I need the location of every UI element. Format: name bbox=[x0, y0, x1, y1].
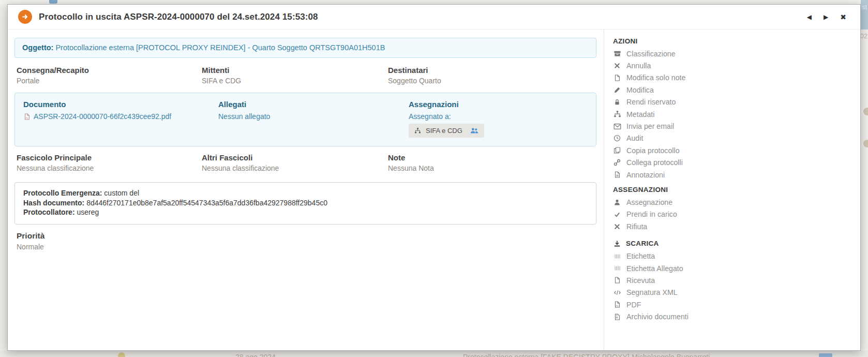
check-icon bbox=[613, 211, 621, 218]
actions-sidebar: AZIONI Classificazione Annulla Modifica … bbox=[604, 29, 860, 350]
assignee-chip[interactable]: SIFA e CDG bbox=[409, 124, 484, 138]
registrar-line: Protocollatore: usereg bbox=[23, 207, 588, 217]
modal-title: Protocollo in uscita ASPSR-2024-0000070 … bbox=[39, 12, 318, 22]
action-annulla[interactable]: Annulla bbox=[613, 60, 855, 71]
envelope-icon bbox=[613, 123, 621, 130]
document-hash-line: Hash documento: 8d446f270171e0b8e7af5a20… bbox=[23, 198, 588, 208]
pdf-file-icon bbox=[23, 113, 31, 121]
background-row-date: 28 ago 2024 bbox=[235, 353, 276, 357]
action-collega-protocolli[interactable]: Collega protocolli bbox=[613, 157, 855, 169]
file-icon bbox=[613, 74, 621, 82]
assigned-to-label: Assegnato a: bbox=[409, 112, 588, 121]
pencil-icon bbox=[613, 86, 621, 94]
delivery-row: Consegna/Recapito Portale Mittenti SIFA … bbox=[14, 66, 596, 85]
background-table-row: 28 ago 2024 Protocollazione esterna [FAK… bbox=[0, 351, 868, 357]
document-box: Documento ASPSR-2024-0000070-66f2c439cee… bbox=[14, 93, 596, 146]
pdf-file-icon bbox=[613, 301, 621, 308]
barcode-icon bbox=[613, 253, 621, 260]
archive-file-icon bbox=[613, 313, 621, 321]
annotation-icon bbox=[613, 171, 621, 178]
action-copia-protocollo[interactable]: Copia protocollo bbox=[613, 144, 855, 156]
document-filename: ASPSR-2024-0000070-66f2c439cee92.pdf bbox=[34, 112, 171, 121]
code-icon bbox=[613, 289, 621, 296]
background-row-subject: Protocollazione esterna [FAKE REGISTRY P… bbox=[463, 353, 710, 357]
emergency-protocol-line: Protocollo Emergenza: custom del bbox=[23, 188, 588, 198]
action-assegnazione[interactable]: Assegnazione bbox=[613, 196, 855, 208]
background-top-strip bbox=[0, 0, 868, 4]
attachments-value: Nessun allegato bbox=[218, 112, 409, 121]
link-icon bbox=[613, 159, 621, 166]
action-pdf[interactable]: PDF bbox=[613, 299, 855, 310]
document-pdf-link[interactable]: ASPSR-2024-0000070-66f2c439cee92.pdf bbox=[23, 112, 218, 121]
background-avatar bbox=[863, 140, 868, 147]
copy-icon bbox=[613, 146, 621, 154]
sitemap-icon bbox=[613, 110, 621, 118]
assignments-label: Assegnazioni bbox=[409, 100, 588, 109]
previous-record-button[interactable]: ◀ bbox=[805, 12, 813, 22]
lock-icon bbox=[613, 98, 621, 106]
classification-row: Fascicolo Principale Nessuna classificaz… bbox=[14, 153, 596, 172]
attachments-column: Allegati Nessun allegato bbox=[218, 100, 409, 138]
protocol-detail-modal: Protocollo in uscita ASPSR-2024-0000070 … bbox=[7, 4, 861, 351]
action-etichetta[interactable]: Etichetta bbox=[613, 250, 855, 262]
archive-icon bbox=[613, 50, 621, 57]
field-mittenti: Mittenti SIFA e CDG bbox=[202, 66, 388, 85]
modal-nav-buttons: ◀ ▶ ✖ bbox=[805, 12, 848, 22]
outgoing-arrow-icon bbox=[18, 10, 32, 24]
background-right-strip: st 202 bbox=[861, 0, 868, 357]
barcode-icon bbox=[613, 265, 621, 272]
action-invia-per-email[interactable]: Invia per email bbox=[613, 120, 855, 132]
close-icon bbox=[613, 63, 621, 69]
protocol-info-box: Protocollo Emergenza: custom del Hash do… bbox=[14, 182, 596, 225]
action-etichetta-allegato[interactable]: Etichetta Allegato bbox=[613, 262, 855, 274]
sitemap-icon bbox=[414, 127, 421, 134]
sidebar-heading-scarica: SCARICA bbox=[613, 240, 855, 247]
action-annotazioni[interactable]: Annotazioni bbox=[613, 169, 855, 181]
action-rendi-riservato[interactable]: Rendi riservato bbox=[613, 96, 855, 108]
modal-header: Protocollo in uscita ASPSR-2024-0000070 … bbox=[8, 5, 860, 29]
user-icon bbox=[613, 199, 621, 206]
next-record-button[interactable]: ▶ bbox=[822, 12, 830, 22]
download-icon bbox=[613, 240, 621, 247]
action-ricevuta[interactable]: Ricevuta bbox=[613, 274, 855, 286]
clock-icon bbox=[613, 135, 621, 142]
field-altri-fascicoli: Altri Fascicoli Nessuna classificazione bbox=[202, 153, 388, 172]
background-chip bbox=[819, 353, 832, 357]
action-classificazione[interactable]: Classificazione bbox=[613, 48, 855, 60]
users-group-icon bbox=[470, 127, 478, 134]
field-consegna: Consegna/Recapito Portale bbox=[17, 66, 202, 85]
protocol-main-panel: Oggetto: Protocollazione esterna [PROTOC… bbox=[8, 29, 604, 350]
action-modifica[interactable]: Modifica bbox=[613, 84, 855, 96]
close-icon[interactable]: ✖ bbox=[839, 12, 848, 22]
field-fascicolo-principale: Fascicolo Principale Nessuna classificaz… bbox=[17, 153, 202, 172]
field-note: Note Nessuna Nota bbox=[388, 153, 596, 172]
modal-body: Oggetto: Protocollazione esterna [PROTOC… bbox=[8, 29, 860, 350]
assignee-name: SIFA e CDG bbox=[426, 127, 462, 135]
field-priorita: Priorità Normale bbox=[14, 231, 596, 251]
sidebar-heading-azioni: AZIONI bbox=[613, 37, 855, 45]
background-table-header-fragment: st bbox=[861, 0, 868, 29]
background-avatar bbox=[118, 352, 125, 357]
sidebar-heading-assegnazioni: ASSEGNAZIONI bbox=[613, 186, 855, 194]
subject-box: Oggetto: Protocollazione esterna [PROTOC… bbox=[14, 38, 596, 58]
close-icon bbox=[613, 224, 621, 230]
action-segnatura-xml[interactable]: Segnatura XML bbox=[613, 287, 855, 299]
background-fragment bbox=[49, 0, 57, 4]
background-avatar bbox=[863, 108, 868, 115]
file-icon bbox=[613, 276, 621, 284]
action-audit[interactable]: Audit bbox=[613, 132, 855, 144]
action-archivio-documenti[interactable]: Archivio documenti bbox=[613, 310, 855, 322]
field-destinatari: Destinatari Soggetto Quarto bbox=[388, 66, 596, 85]
subject-label: Oggetto: bbox=[22, 43, 53, 52]
assignments-column: Assegnazioni Assegnato a: SIFA e CDG bbox=[409, 100, 588, 138]
attachments-label: Allegati bbox=[218, 100, 409, 109]
document-column: Documento ASPSR-2024-0000070-66f2c439cee… bbox=[23, 100, 218, 138]
action-prendi-in-carico[interactable]: Prendi in carico bbox=[613, 209, 855, 220]
subject-value: Protocollazione esterna [PROTOCOL PROXY … bbox=[55, 43, 385, 52]
document-label: Documento bbox=[23, 100, 218, 109]
action-metadati[interactable]: Metadati bbox=[613, 108, 855, 120]
action-modifica-solo-note[interactable]: Modifica solo note bbox=[613, 72, 855, 84]
action-rifiuta[interactable]: Rifiuta bbox=[613, 220, 855, 232]
